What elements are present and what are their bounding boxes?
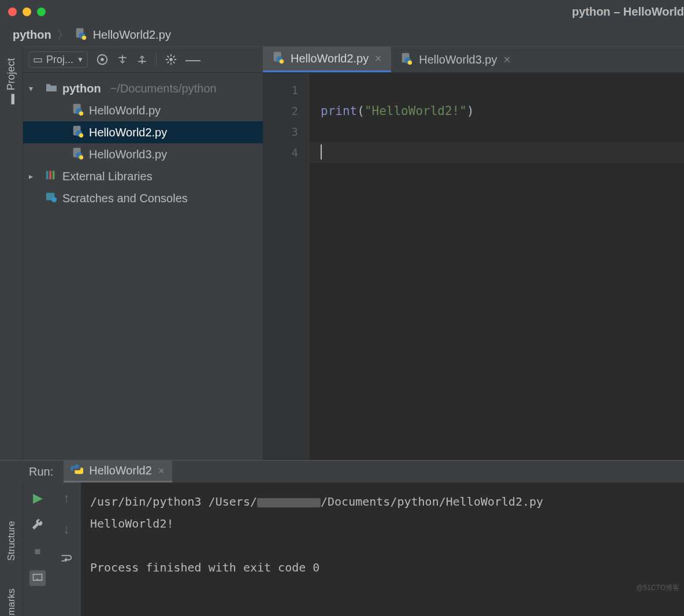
text-caret bbox=[321, 144, 322, 159]
window-title: python – HelloWorld bbox=[572, 5, 684, 18]
svg-point-25 bbox=[408, 60, 412, 64]
chevron-down-icon: ▼ bbox=[77, 55, 84, 64]
maximize-window-button[interactable] bbox=[37, 8, 46, 16]
svg-point-19 bbox=[51, 197, 57, 202]
svg-point-22 bbox=[280, 60, 284, 64]
svg-point-2 bbox=[81, 35, 86, 39]
breadcrumb-file[interactable]: HelloWorld2.py bbox=[93, 28, 171, 42]
editor-area: HelloWorld2.py ✕ HelloWorld3.py ✕ 1 2 3 … bbox=[263, 46, 684, 460]
run-icon[interactable]: ▶ bbox=[33, 491, 43, 506]
run-panel-body: Structure kmarks ▶ ■ ↑ ↓ /usr/bin/python… bbox=[0, 483, 684, 616]
chevron-right-icon: ▸ bbox=[29, 172, 40, 181]
editor-tab[interactable]: HelloWorld2.py ✕ bbox=[263, 47, 391, 72]
breadcrumb-root[interactable]: python bbox=[13, 28, 51, 42]
run-label: Run: bbox=[29, 465, 53, 478]
python-file-icon bbox=[75, 27, 87, 43]
library-icon bbox=[45, 169, 58, 184]
svg-point-11 bbox=[79, 133, 83, 137]
redacted-text bbox=[257, 498, 321, 507]
folder-icon bbox=[45, 82, 58, 95]
svg-rect-16 bbox=[49, 170, 51, 179]
arrow-up-icon[interactable]: ↑ bbox=[64, 491, 70, 506]
python-file-icon bbox=[400, 52, 413, 68]
hide-panel-icon[interactable]: — bbox=[185, 51, 200, 69]
wrench-icon[interactable] bbox=[32, 518, 43, 533]
run-nav-column: ↑ ↓ bbox=[52, 483, 81, 616]
console-line: /usr/bin/python3 /Users//Documents/pytho… bbox=[90, 491, 675, 513]
python-file-icon bbox=[272, 51, 285, 66]
close-tab-icon[interactable]: ✕ bbox=[503, 54, 511, 65]
console-output[interactable]: /usr/bin/python3 /Users//Documents/pytho… bbox=[81, 483, 684, 616]
expand-all-icon[interactable] bbox=[117, 54, 128, 65]
main-area: ▬ Project ▭ Proj... ▼ bbox=[0, 46, 684, 460]
left-tool-rail: ▬ Project bbox=[0, 46, 23, 460]
svg-point-14 bbox=[79, 155, 83, 159]
console-line: HelloWorld2! bbox=[90, 513, 675, 535]
breadcrumb: python 〉 HelloWorld2.py bbox=[0, 23, 684, 46]
tree-project-root[interactable]: ▾ python ~/Documents/python bbox=[23, 77, 263, 99]
bookmarks-tool-tab[interactable]: kmarks bbox=[6, 589, 17, 616]
run-tool-column: ▶ ■ bbox=[23, 483, 52, 616]
svg-point-5 bbox=[169, 58, 173, 61]
window-controls bbox=[8, 8, 46, 16]
run-left-rail: Structure kmarks bbox=[0, 483, 23, 616]
minimize-window-button[interactable] bbox=[23, 8, 31, 16]
svg-rect-17 bbox=[53, 170, 55, 179]
run-config-tab[interactable]: HelloWorld2 ✕ bbox=[64, 461, 172, 483]
editor-body[interactable]: 1 2 3 4 print("HelloWorld2!") bbox=[263, 73, 684, 460]
breadcrumb-separator-icon: 〉 bbox=[57, 27, 69, 43]
project-tree: ▾ python ~/Documents/python HelloWorld.p… bbox=[23, 73, 263, 214]
run-panel: Run: HelloWorld2 ✕ Structure kmarks ▶ ■ bbox=[0, 460, 684, 616]
python-icon bbox=[70, 463, 83, 478]
soft-wrap-icon[interactable] bbox=[60, 553, 73, 566]
separator bbox=[156, 53, 157, 66]
gear-icon[interactable] bbox=[165, 53, 177, 66]
watermark: @51CTO博客 bbox=[636, 583, 679, 593]
close-window-button[interactable] bbox=[8, 8, 17, 16]
tree-scratches[interactable]: Scratches and Consoles bbox=[23, 187, 263, 209]
scratches-icon bbox=[45, 191, 58, 206]
close-tab-icon[interactable]: ✕ bbox=[158, 466, 165, 476]
code-editor[interactable]: print("HelloWorld2!") bbox=[309, 73, 684, 460]
close-tab-icon[interactable]: ✕ bbox=[374, 53, 382, 64]
editor-tabs: HelloWorld2.py ✕ HelloWorld3.py ✕ bbox=[263, 46, 684, 73]
select-opened-file-icon[interactable] bbox=[96, 53, 109, 66]
console-line: Process finished with exit code 0 bbox=[90, 556, 675, 578]
tree-file-item[interactable]: HelloWorld.py bbox=[23, 99, 263, 121]
layout-icon[interactable] bbox=[29, 570, 46, 586]
window-icon: ▭ bbox=[33, 53, 43, 66]
svg-point-8 bbox=[79, 111, 83, 115]
python-file-icon bbox=[72, 125, 84, 140]
run-panel-header: Run: HelloWorld2 ✕ bbox=[0, 461, 684, 483]
arrow-down-icon[interactable]: ↓ bbox=[64, 522, 70, 537]
stop-icon[interactable]: ■ bbox=[35, 546, 41, 558]
editor-tab[interactable]: HelloWorld3.py ✕ bbox=[391, 47, 519, 72]
structure-tool-tab[interactable]: Structure bbox=[6, 521, 17, 561]
title-bar: python – HelloWorld bbox=[0, 0, 684, 23]
line-gutter: 1 2 3 4 bbox=[263, 73, 309, 460]
svg-point-4 bbox=[101, 58, 104, 61]
collapse-all-icon[interactable] bbox=[136, 54, 148, 65]
python-file-icon bbox=[72, 103, 84, 118]
project-view-selector[interactable]: ▭ Proj... ▼ bbox=[29, 51, 88, 68]
chevron-down-icon: ▾ bbox=[29, 84, 40, 93]
project-tool-tab[interactable]: ▬ Project bbox=[5, 58, 17, 104]
folder-icon: ▬ bbox=[5, 94, 17, 105]
project-panel: ▭ Proj... ▼ — bbox=[23, 46, 263, 460]
tree-file-item[interactable]: HelloWorld2.py bbox=[23, 121, 263, 143]
tree-external-libraries[interactable]: ▸ External Libraries bbox=[23, 165, 263, 187]
project-panel-header: ▭ Proj... ▼ — bbox=[23, 46, 263, 73]
svg-rect-15 bbox=[46, 170, 49, 179]
python-file-icon bbox=[72, 147, 84, 162]
tree-file-item[interactable]: HelloWorld3.py bbox=[23, 143, 263, 165]
